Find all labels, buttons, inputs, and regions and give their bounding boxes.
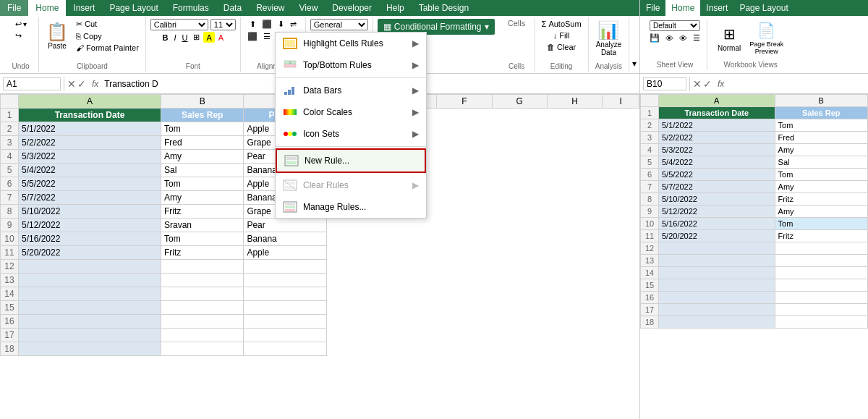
- align-top-button[interactable]: ⬆: [247, 19, 258, 30]
- right-sheet-cell[interactable]: Fritz: [775, 230, 867, 242]
- sheet-cell[interactable]: Sales Rep: [161, 109, 244, 122]
- right-col-header-a[interactable]: A: [659, 95, 775, 107]
- font-color-button[interactable]: A: [216, 32, 226, 43]
- sheet-cell[interactable]: [19, 342, 161, 356]
- ribbon-expand[interactable]: ▾: [632, 17, 637, 72]
- sheet-cell[interactable]: 5/5/2022: [19, 177, 161, 191]
- sheet-cell[interactable]: 5/1/2022: [19, 122, 161, 136]
- tab-developer[interactable]: Developer: [325, 0, 379, 16]
- cell-reference-box[interactable]: [3, 77, 61, 90]
- wrap-text-button[interactable]: ⇌: [288, 19, 299, 30]
- tab-table-design[interactable]: Table Design: [412, 0, 476, 16]
- sheet-cell[interactable]: [19, 329, 161, 342]
- tab-home[interactable]: Home: [28, 0, 66, 16]
- sheet-cell[interactable]: [161, 342, 244, 356]
- eye-button-1[interactable]: 👁: [663, 33, 676, 43]
- tab-review[interactable]: Review: [249, 0, 292, 16]
- right-sheet-cell[interactable]: [659, 292, 775, 304]
- right-sheet-cell[interactable]: [775, 279, 867, 292]
- right-tab-insert[interactable]: Insert: [700, 0, 733, 16]
- sheet-cell[interactable]: [244, 274, 326, 287]
- tab-data[interactable]: Data: [216, 0, 249, 16]
- tab-formulas[interactable]: Formulas: [166, 0, 216, 16]
- sheet-cell[interactable]: Pear: [244, 219, 326, 232]
- top-bottom-rules-item[interactable]: 10 Top/Bottom Rules ▶: [276, 54, 426, 76]
- clear-rules-item[interactable]: Clear Rules ▶: [276, 174, 426, 196]
- tab-insert[interactable]: Insert: [66, 0, 102, 16]
- view-menu-button[interactable]: ☰: [691, 33, 702, 43]
- italic-button[interactable]: I: [171, 32, 178, 43]
- sheet-cell[interactable]: [244, 287, 326, 301]
- fill-button[interactable]: ↓ Fill: [551, 30, 572, 41]
- col-header-f[interactable]: F: [437, 95, 492, 109]
- col-header-a[interactable]: A: [19, 95, 161, 109]
- save-view-button[interactable]: 💾: [647, 33, 662, 43]
- sheet-cell[interactable]: 5/3/2022: [19, 150, 161, 164]
- sheet-cell[interactable]: 5/16/2022: [19, 232, 161, 246]
- data-bars-item[interactable]: Data Bars ▶: [276, 80, 426, 101]
- manage-rules-item[interactable]: Manage Rules...: [276, 196, 426, 218]
- right-sheet-cell[interactable]: 5/16/2022: [659, 218, 775, 230]
- sheet-cell[interactable]: [19, 301, 161, 315]
- right-sheet-cell[interactable]: 5/1/2022: [659, 119, 775, 132]
- sheet-cell[interactable]: Sravan: [161, 219, 244, 232]
- sheet-cell[interactable]: 5/2/2022: [19, 136, 161, 150]
- fill-color-button[interactable]: A: [203, 32, 214, 43]
- right-sheet-cell[interactable]: 5/10/2022: [659, 193, 775, 206]
- right-tab-page-layout[interactable]: Page Layout: [733, 0, 793, 16]
- right-sheet-cell[interactable]: Fred: [775, 132, 867, 144]
- underline-button[interactable]: U: [180, 32, 190, 43]
- copy-button[interactable]: ⎘ Copy: [74, 31, 141, 41]
- align-middle-button[interactable]: ⬛: [260, 19, 274, 30]
- sheet-cell[interactable]: 5/7/2022: [19, 191, 161, 205]
- right-sheet-cell[interactable]: [775, 304, 867, 316]
- right-sheet-cell[interactable]: Amy: [775, 181, 867, 193]
- right-sheet-cell[interactable]: Tom: [775, 119, 867, 132]
- sheet-cell[interactable]: Transaction Date: [19, 109, 161, 122]
- new-rule-item[interactable]: New Rule...: [277, 150, 425, 172]
- align-bottom-button[interactable]: ⬇: [276, 19, 286, 30]
- right-sheet-cell[interactable]: Tom: [775, 218, 867, 230]
- right-sheet-cell[interactable]: [775, 242, 867, 255]
- sheet-cell[interactable]: [161, 260, 244, 274]
- highlight-cells-rules-item[interactable]: Highlight Cells Rules ▶: [276, 33, 426, 54]
- clear-button[interactable]: 🗑 Clear: [545, 42, 578, 52]
- right-sheet-cell[interactable]: [775, 316, 867, 329]
- sheet-cell[interactable]: Fred: [161, 136, 244, 150]
- sheet-cell[interactable]: [161, 287, 244, 301]
- right-sheet-cell[interactable]: Tom: [775, 169, 867, 181]
- right-sheet-cell[interactable]: 5/7/2022: [659, 181, 775, 193]
- confirm-formula-icon[interactable]: ✓: [77, 78, 86, 90]
- right-sheet-cell[interactable]: Amy: [775, 144, 867, 156]
- col-header-h[interactable]: H: [547, 95, 602, 109]
- sheet-cell[interactable]: 5/12/2022: [19, 219, 161, 232]
- sheet-cell[interactable]: [19, 274, 161, 287]
- cancel-formula-icon[interactable]: ✕: [67, 78, 76, 90]
- sheet-cell[interactable]: Sal: [161, 164, 244, 177]
- right-sheet-cell[interactable]: 5/4/2022: [659, 156, 775, 169]
- font-size-select[interactable]: 11: [210, 19, 236, 30]
- sheet-cell[interactable]: [19, 260, 161, 274]
- eye-button-2[interactable]: 👁: [677, 33, 689, 43]
- right-sheet-cell[interactable]: 5/12/2022: [659, 206, 775, 218]
- right-sheet-cell[interactable]: [659, 267, 775, 279]
- sheet-cell[interactable]: 5/20/2022: [19, 246, 161, 260]
- paste-button[interactable]: 📋 Paste: [43, 20, 71, 51]
- sheet-cell[interactable]: [244, 301, 326, 315]
- right-sheet-cell[interactable]: Sal: [775, 156, 867, 169]
- sheet-cell[interactable]: 5/4/2022: [19, 164, 161, 177]
- right-sheet-cell[interactable]: Fritz: [775, 193, 867, 206]
- col-header-g[interactable]: G: [492, 95, 547, 109]
- right-sheet-cell[interactable]: 5/3/2022: [659, 144, 775, 156]
- icon-sets-item[interactable]: Icon Sets ▶: [276, 123, 426, 145]
- right-sheet-cell[interactable]: Amy: [775, 206, 867, 218]
- right-formula-input[interactable]: [730, 79, 865, 89]
- color-scales-item[interactable]: Color Scales ▶: [276, 101, 426, 123]
- col-header-b[interactable]: B: [161, 95, 244, 109]
- right-sheet-cell[interactable]: [659, 242, 775, 255]
- sheet-cell[interactable]: [161, 301, 244, 315]
- undo-button[interactable]: ↩ ▾: [13, 19, 29, 30]
- right-sheet-cell[interactable]: [659, 304, 775, 316]
- sheet-cell[interactable]: Apple: [244, 246, 326, 260]
- sheet-cell[interactable]: Amy: [161, 150, 244, 164]
